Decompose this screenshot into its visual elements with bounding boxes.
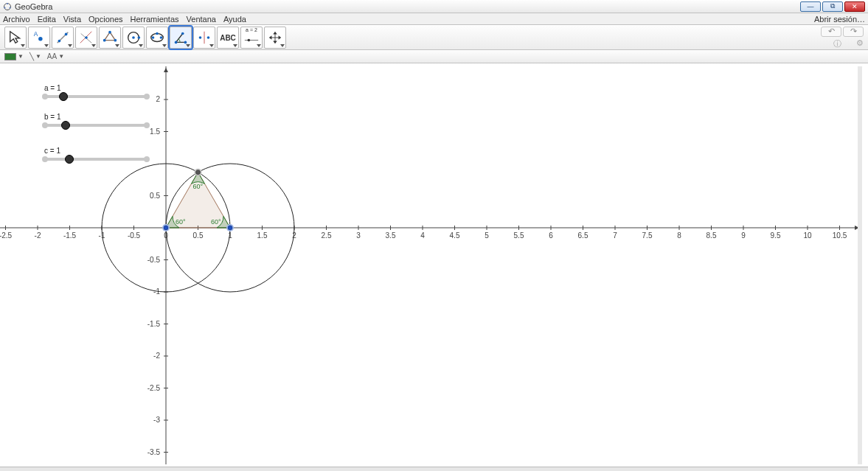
svg-text:10: 10 xyxy=(803,231,812,240)
settings-icon[interactable]: ⚙ xyxy=(856,38,864,49)
svg-point-3 xyxy=(4,7,6,8)
slider-tool-label: a = 2 xyxy=(246,27,257,32)
svg-text:-1.5: -1.5 xyxy=(63,231,77,240)
svg-text:-2.5: -2.5 xyxy=(147,384,161,392)
title-bar: GeoGebra — ⧉ ✕ xyxy=(0,0,868,13)
font-selector[interactable]: AA▼ xyxy=(47,52,64,60)
text-tool[interactable]: ABC xyxy=(217,27,239,49)
ellipse-tool[interactable] xyxy=(146,27,168,49)
svg-text:-2: -2 xyxy=(153,352,160,360)
svg-text:4.5: 4.5 xyxy=(450,231,460,240)
slider-b[interactable]: b = 1 xyxy=(44,113,147,127)
svg-text:5: 5 xyxy=(485,231,489,240)
point-tool[interactable]: A xyxy=(28,27,50,49)
minimize-button[interactable]: — xyxy=(800,1,821,12)
svg-text:9: 9 xyxy=(741,231,746,240)
svg-point-21 xyxy=(160,36,163,39)
svg-point-13 xyxy=(108,31,111,34)
svg-point-28 xyxy=(207,36,210,39)
svg-text:-3: -3 xyxy=(153,416,160,424)
svg-text:7: 7 xyxy=(613,231,617,240)
svg-point-2 xyxy=(10,7,11,8)
menu-herramientas[interactable]: Herramientas xyxy=(131,15,179,24)
svg-text:0.5: 0.5 xyxy=(193,231,204,240)
font-label: AA xyxy=(47,52,57,60)
maximize-button[interactable]: ⧉ xyxy=(822,1,843,12)
menu-bar: Archivo Edita Vista Opciones Herramienta… xyxy=(0,13,868,25)
svg-text:3: 3 xyxy=(356,231,361,240)
menu-archivo[interactable]: Archivo xyxy=(3,15,30,24)
help-icon[interactable]: ⓘ xyxy=(833,38,841,49)
svg-text:60°: 60° xyxy=(193,183,204,190)
taskbar xyxy=(0,467,868,471)
undo-button[interactable]: ↶ xyxy=(821,27,841,37)
svg-text:0.5: 0.5 xyxy=(150,192,160,200)
slider-tool[interactable]: a = 2 xyxy=(240,27,263,49)
main-toolbar: A ABC a = 2 ↶ ↷ ⓘ ⚙ xyxy=(0,25,868,50)
menu-vista[interactable]: Vista xyxy=(63,15,81,24)
svg-point-120 xyxy=(196,170,201,175)
svg-text:5.5: 5.5 xyxy=(514,231,524,240)
svg-point-7 xyxy=(58,40,61,43)
line-tool[interactable] xyxy=(52,27,74,49)
svg-text:2.5: 2.5 xyxy=(322,231,332,240)
svg-point-18 xyxy=(138,36,141,39)
svg-text:60°: 60° xyxy=(176,218,186,226)
svg-point-116 xyxy=(164,226,168,230)
graphics-view[interactable]: a = 1 b = 1 c = 1 -2.5-2-1.5-1-0.500.511… xyxy=(0,66,862,464)
menu-edita[interactable]: Edita xyxy=(38,15,56,24)
svg-text:-0.5: -0.5 xyxy=(147,256,161,264)
svg-point-30 xyxy=(248,39,251,42)
svg-text:1.5: 1.5 xyxy=(257,231,268,240)
polygon-tool[interactable] xyxy=(99,27,121,49)
move-tool[interactable] xyxy=(4,27,27,49)
circle-tool[interactable] xyxy=(122,27,145,49)
svg-point-118 xyxy=(228,226,232,230)
redo-button[interactable]: ↷ xyxy=(843,27,864,37)
svg-point-25 xyxy=(181,32,184,35)
slider-c[interactable]: c = 1 xyxy=(44,147,147,161)
svg-point-23 xyxy=(175,41,178,44)
svg-text:A: A xyxy=(34,31,38,38)
svg-text:-2.5: -2.5 xyxy=(0,231,13,240)
svg-text:10.5: 10.5 xyxy=(833,231,847,240)
slider-c-label: c = 1 xyxy=(44,147,147,155)
app-logo-icon xyxy=(3,2,12,11)
menu-opciones[interactable]: Opciones xyxy=(88,15,122,24)
svg-text:-2: -2 xyxy=(35,231,41,240)
menu-ventana[interactable]: Ventana xyxy=(187,15,216,24)
svg-text:1.5: 1.5 xyxy=(150,128,160,136)
angle-tool[interactable] xyxy=(170,27,192,49)
svg-text:6.5: 6.5 xyxy=(578,231,588,240)
svg-text:8: 8 xyxy=(677,231,681,240)
svg-point-1 xyxy=(7,3,8,4)
svg-point-20 xyxy=(152,36,155,39)
svg-text:7.5: 7.5 xyxy=(642,231,653,240)
perpendicular-tool[interactable] xyxy=(75,27,97,49)
svg-text:-0.5: -0.5 xyxy=(128,231,141,240)
menu-ayuda[interactable]: Ayuda xyxy=(223,15,246,24)
svg-point-5 xyxy=(38,37,43,41)
move-view-tool[interactable] xyxy=(264,27,286,49)
reflect-tool[interactable] xyxy=(193,27,215,49)
svg-text:4: 4 xyxy=(420,231,425,240)
svg-point-11 xyxy=(85,36,88,39)
svg-point-27 xyxy=(199,36,202,39)
close-button[interactable]: ✕ xyxy=(844,1,865,12)
svg-text:-1.5: -1.5 xyxy=(147,320,161,328)
app-title: GeoGebra xyxy=(15,2,800,11)
svg-text:60°: 60° xyxy=(211,218,221,226)
svg-point-14 xyxy=(114,39,117,42)
fill-color-selector[interactable]: ▼ xyxy=(4,53,24,60)
svg-text:3.5: 3.5 xyxy=(386,231,396,240)
svg-point-24 xyxy=(184,41,187,44)
svg-text:8.5: 8.5 xyxy=(706,231,717,240)
text-tool-label: ABC xyxy=(220,34,236,42)
sign-in-link[interactable]: Abrir sesión… xyxy=(814,15,865,24)
slider-a[interactable]: a = 1 xyxy=(44,84,147,98)
slider-a-label: a = 1 xyxy=(44,84,147,92)
line-style-selector[interactable]: ╲▼ xyxy=(29,52,41,60)
svg-text:-3.5: -3.5 xyxy=(147,448,161,456)
svg-text:9.5: 9.5 xyxy=(771,231,781,240)
svg-text:6: 6 xyxy=(549,231,553,240)
